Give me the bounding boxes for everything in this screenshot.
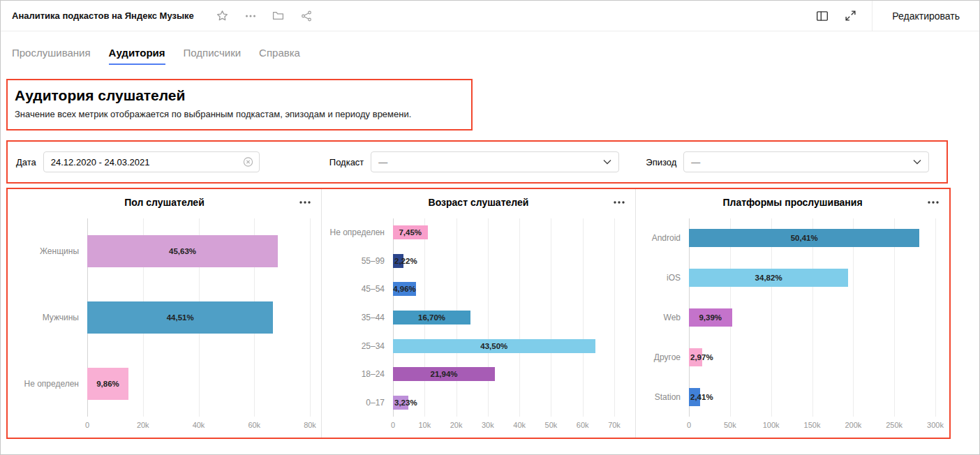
bar[interactable]: 2,41% bbox=[689, 388, 700, 406]
chart-menu-icon[interactable] bbox=[299, 197, 311, 207]
chart-title: Возраст слушателей bbox=[429, 197, 529, 208]
bar-value-label: 3,23% bbox=[394, 398, 417, 407]
x-axis-tick-label: 300k bbox=[927, 421, 944, 429]
y-axis-category-label: 18–24 bbox=[327, 369, 393, 379]
x-axis-tick-label: 10k bbox=[418, 421, 431, 429]
chart-bar-row: Другое2,97% bbox=[641, 337, 944, 377]
page-subtitle: Значение всех метрик отображается по выб… bbox=[15, 109, 463, 119]
edit-area: Редактировать bbox=[872, 1, 979, 31]
share-icon[interactable] bbox=[300, 10, 313, 22]
clear-icon[interactable] bbox=[243, 157, 253, 167]
chart-bar-row: 45–544,96% bbox=[327, 275, 630, 304]
bar-track: 45,63% bbox=[87, 218, 310, 285]
tab-help[interactable]: Справка bbox=[259, 47, 300, 65]
x-axis-tick-label: 50k bbox=[545, 421, 558, 429]
chevron-down-icon bbox=[913, 159, 921, 165]
bar-value-label: 2,41% bbox=[690, 393, 713, 401]
podcast-filter-label: Подкаст bbox=[329, 157, 364, 167]
chart-bar-row: Женщины45,63% bbox=[13, 218, 315, 285]
top-bar-left: Аналитика подкастов на Яндекс Музыке bbox=[1, 1, 313, 31]
bar-value-label: 44,51% bbox=[167, 313, 194, 322]
chevron-down-icon bbox=[603, 159, 611, 165]
y-axis-category-label: Не определен bbox=[327, 228, 393, 237]
age-chart: Возраст слушателей Не определен7,45%55–9… bbox=[321, 189, 635, 438]
chart-bar-row: Android50,41% bbox=[641, 218, 944, 258]
bar[interactable]: 9,86% bbox=[87, 368, 128, 400]
star-icon[interactable] bbox=[216, 10, 229, 22]
chart-header: Возраст слушателей bbox=[327, 196, 630, 211]
bar[interactable]: 3,23% bbox=[393, 396, 408, 410]
bar-track: 21,94% bbox=[393, 360, 614, 389]
document-title: Аналитика подкастов на Яндекс Музыке bbox=[12, 10, 194, 21]
y-axis-category-label: Другое bbox=[641, 352, 689, 362]
edit-button[interactable]: Редактировать bbox=[892, 10, 960, 22]
bar[interactable]: 2,22% bbox=[393, 254, 403, 268]
chart-bar-row: Не определен9,86% bbox=[13, 350, 315, 417]
folder-icon[interactable] bbox=[272, 10, 285, 22]
podcast-filter: Подкаст — bbox=[329, 151, 620, 172]
chart-menu-icon[interactable] bbox=[613, 197, 625, 207]
bar-value-label: 43,50% bbox=[480, 342, 507, 350]
bar-value-label: 34,82% bbox=[755, 274, 782, 282]
chart-header: Платформы прослушивания bbox=[641, 196, 944, 211]
x-axis-tick-label: 40k bbox=[193, 421, 205, 429]
bar-value-label: 9,39% bbox=[699, 313, 722, 322]
chart-bar-row: 18–2421,94% bbox=[327, 360, 630, 389]
x-axis-tick-label: 150k bbox=[804, 421, 821, 429]
tab-subscribers[interactable]: Подписчики bbox=[184, 47, 242, 65]
date-filter-label: Дата bbox=[16, 157, 36, 167]
split-view-icon[interactable] bbox=[816, 10, 829, 22]
date-range-input[interactable]: 24.12.2020 - 24.03.2021 bbox=[43, 151, 260, 172]
y-axis-category-label: 55–99 bbox=[327, 256, 393, 266]
bar[interactable]: 45,63% bbox=[87, 235, 278, 267]
y-axis-category-label: iOS bbox=[641, 273, 689, 283]
bar-track: 43,50% bbox=[393, 331, 614, 360]
fullscreen-icon[interactable] bbox=[844, 10, 856, 22]
more-menu-icon[interactable] bbox=[244, 10, 257, 22]
x-axis-tick-label: 50k bbox=[724, 421, 736, 429]
bar[interactable]: 7,45% bbox=[393, 225, 428, 239]
bar[interactable]: 9,39% bbox=[689, 308, 732, 327]
bar-track: 2,41% bbox=[689, 377, 935, 417]
x-axis-tick-label: 250k bbox=[886, 421, 903, 429]
y-axis-category-label: 35–44 bbox=[327, 313, 393, 322]
bar-track: 9,39% bbox=[689, 298, 935, 338]
date-range-value: 24.12.2020 - 24.03.2021 bbox=[51, 157, 150, 167]
x-axis-tick-label: 40k bbox=[513, 421, 526, 429]
episode-select-value: — bbox=[691, 157, 921, 167]
top-bar-right: Редактировать bbox=[816, 1, 979, 31]
bar[interactable]: 4,96% bbox=[393, 282, 416, 296]
bar-track: 2,97% bbox=[689, 337, 935, 377]
x-axis-tick-label: 20k bbox=[450, 421, 463, 429]
bar[interactable]: 50,41% bbox=[689, 229, 919, 247]
x-axis-tick-label: 0 bbox=[85, 421, 89, 429]
chart-bar-row: Web9,39% bbox=[641, 298, 944, 338]
tab-listens[interactable]: Прослушивания bbox=[12, 47, 91, 65]
x-axis-tick-label: 200k bbox=[845, 421, 861, 429]
bar-value-label: 4,96% bbox=[393, 285, 416, 293]
y-axis-category-label: Женщины bbox=[13, 246, 87, 256]
bar-track: 44,51% bbox=[87, 285, 310, 351]
bar[interactable]: 2,97% bbox=[689, 348, 702, 366]
bar[interactable]: 44,51% bbox=[87, 301, 273, 334]
y-axis-category-label: Web bbox=[641, 313, 689, 322]
y-axis-category-label: Мужчины bbox=[13, 313, 87, 322]
episode-select[interactable]: — bbox=[683, 151, 929, 172]
chart-menu-icon[interactable] bbox=[927, 197, 940, 207]
bar-value-label: 2,97% bbox=[690, 353, 713, 361]
bar-value-label: 7,45% bbox=[399, 228, 422, 237]
bar[interactable]: 43,50% bbox=[393, 339, 595, 353]
bar[interactable]: 21,94% bbox=[393, 367, 495, 381]
podcast-select[interactable]: — bbox=[371, 151, 619, 172]
charts-section: Пол слушателей Женщины45,63%Мужчины44,51… bbox=[6, 188, 951, 439]
filters-section: Дата 24.12.2020 - 24.03.2021 Подкаст — Э… bbox=[6, 140, 948, 184]
y-axis-category-label: 45–54 bbox=[327, 284, 393, 294]
bar-value-label: 16,70% bbox=[418, 313, 445, 322]
y-axis-category-label: 25–34 bbox=[327, 341, 393, 351]
bar-track: 16,70% bbox=[393, 304, 614, 332]
y-axis-category-label: Не определен bbox=[13, 379, 87, 389]
x-axis-tick-label: 80k bbox=[304, 421, 316, 429]
bar[interactable]: 16,70% bbox=[393, 311, 470, 325]
tab-audience[interactable]: Аудитория bbox=[109, 47, 165, 65]
bar[interactable]: 34,82% bbox=[689, 269, 848, 287]
